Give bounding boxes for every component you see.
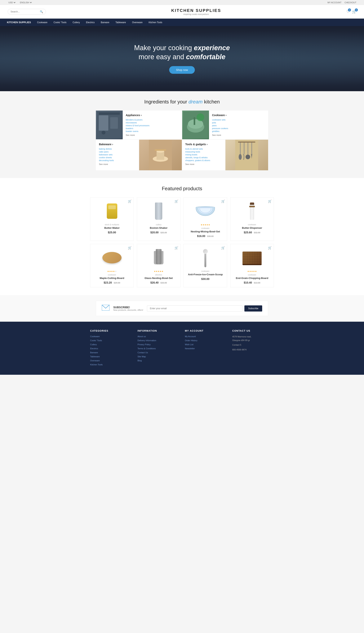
list-item: Ovenware xyxy=(90,359,132,362)
footer-link-tableware[interactable]: Tableware xyxy=(90,355,100,358)
appliances-item[interactable]: microwaves xyxy=(126,121,179,124)
svg-point-21 xyxy=(246,155,250,159)
search-icon[interactable]: 🔍 xyxy=(40,10,43,13)
footer-phone: 800-4569-9874 xyxy=(232,348,274,352)
email-input[interactable] xyxy=(147,305,242,311)
footer-link-sitemap[interactable]: Site Map xyxy=(138,355,146,358)
footer-link-delivery[interactable]: Delivery Information xyxy=(138,339,156,342)
add-to-cart-icon[interactable]: 🛒 xyxy=(221,199,225,203)
tools-item[interactable]: choppers, graters & slicers xyxy=(185,159,222,162)
nav-item-ovenware[interactable]: Ovenware xyxy=(129,19,146,26)
product-category: cookware xyxy=(187,227,224,229)
footer-address: 4578 Marmora road,Glasgow d04 89 gr xyxy=(232,335,274,342)
footer-link-newsletter[interactable]: Newsletter xyxy=(185,347,195,350)
wishlist-button[interactable]: ♡ 0 xyxy=(346,10,350,14)
bakeware-item[interactable]: cookie sheets xyxy=(99,156,136,159)
footer-link-electrics[interactable]: Electrics xyxy=(90,347,98,350)
bakeware-item[interactable]: decorating tools xyxy=(99,159,136,162)
language-select[interactable]: ENGLISHFRENCH xyxy=(19,1,32,4)
product-name[interactable]: Nesting-Mixing-Bowl-Set xyxy=(187,230,224,233)
footer-link-blog[interactable]: Blog xyxy=(138,360,142,362)
tools-heading[interactable]: Tools & gadgets › xyxy=(185,143,222,146)
product-name[interactable]: End-Grain-Chopping-Board xyxy=(234,277,270,279)
search-bar[interactable]: 🔍 xyxy=(8,9,46,15)
currency-select[interactable]: USDEURGBP xyxy=(8,1,16,4)
product-image xyxy=(140,247,177,268)
product-name[interactable]: Anti-Freeze-Ice-Cream-Scoop xyxy=(187,273,224,276)
tools-item[interactable]: tools & utensil sets xyxy=(185,148,222,150)
nav-item-electrics[interactable]: Electrics xyxy=(83,19,98,26)
footer-link-barware[interactable]: Barware xyxy=(90,351,98,354)
appliances-item[interactable]: blenders & juicers xyxy=(126,119,179,121)
product-price: $30.00 xyxy=(187,277,224,280)
product-image xyxy=(234,201,270,222)
footer-contact-heading: CONTACT US xyxy=(232,329,274,332)
footer-link-order-history[interactable]: Order History xyxy=(185,339,197,342)
footer-link-contact[interactable]: Contact Us xyxy=(138,351,148,354)
product-name[interactable]: Maple-Cutting-Board xyxy=(94,277,130,279)
checkout-link[interactable]: CHECKOUT xyxy=(344,1,356,4)
my-account-link[interactable]: MY ACCOUNT xyxy=(328,1,342,4)
appliances-item[interactable]: toasters xyxy=(126,127,179,130)
add-to-cart-icon[interactable]: 🛒 xyxy=(174,199,178,203)
nav-item-cooks-tools[interactable]: Cooks' Tools xyxy=(50,19,70,26)
product-name[interactable]: Boston-Shaker xyxy=(140,226,177,229)
footer-link-cooks-tools[interactable]: Cooks' Tools xyxy=(90,339,102,342)
add-to-cart-icon[interactable]: 🛒 xyxy=(268,199,272,203)
product-card-butter-maker: 🛒 stock & multipots Butter-Maker $25.00 xyxy=(90,197,134,241)
footer-link-about[interactable]: About us xyxy=(138,335,146,338)
cookware-item[interactable]: cookware sets xyxy=(212,119,265,121)
bakeware-see-more[interactable]: See more xyxy=(99,163,136,165)
nav-item-kitchen-supplies[interactable]: KITCHEN SUPPLIES xyxy=(4,19,34,26)
cookware-item[interactable]: pressure cookers xyxy=(212,127,265,130)
footer-link-kitchen-tools[interactable]: Kitchen Tools xyxy=(90,364,102,366)
cookware-see-more[interactable]: See more xyxy=(212,134,265,136)
product-price: $16.00 $30.00 xyxy=(187,234,224,238)
footer-link-ovenware[interactable]: Ovenware xyxy=(90,360,100,362)
footer-link-cookware[interactable]: Cookware xyxy=(90,335,100,338)
footer-link-my-account[interactable]: My Account xyxy=(185,335,196,338)
appliances-item[interactable]: toaster ovens xyxy=(126,130,179,132)
cookware-item[interactable]: pots xyxy=(212,121,265,124)
nav-item-cutlery[interactable]: Cutlery xyxy=(70,19,83,26)
site-logo[interactable]: KITCHEN SUPPLIES inspiring cooks everywh… xyxy=(171,8,221,15)
footer-link-terms[interactable]: Terms & Conditions xyxy=(138,347,156,350)
product-name[interactable]: Butter-Maker xyxy=(94,226,130,229)
category-cookware: Cookware › cookware sets pots pans press… xyxy=(182,111,268,139)
tools-item[interactable]: mixing bowls xyxy=(185,153,222,156)
nav-item-tableware[interactable]: Tableware xyxy=(112,19,129,26)
bakeware-item[interactable]: bakeware sets xyxy=(99,153,136,156)
cart-button[interactable]: 🛒 0 xyxy=(352,10,356,14)
footer-link-cutlery[interactable]: Cutlery xyxy=(90,343,97,346)
add-to-cart-icon[interactable]: 🛒 xyxy=(221,246,225,250)
nav-item-cookware[interactable]: Cookware xyxy=(34,19,50,26)
add-to-cart-icon[interactable]: 🛒 xyxy=(174,246,178,250)
svg-rect-4 xyxy=(99,112,120,115)
add-to-cart-icon[interactable]: 🛒 xyxy=(128,199,132,203)
cookware-item[interactable]: pans xyxy=(212,124,265,127)
subscribe-button[interactable]: Subscribe xyxy=(244,305,262,311)
bakeware-heading[interactable]: Bakeware › xyxy=(99,143,136,146)
footer-link-wish-list[interactable]: Wish List xyxy=(185,343,194,346)
product-name[interactable]: Butter-Dispenser xyxy=(234,226,270,229)
cookware-item[interactable]: griddles xyxy=(212,130,265,132)
cookware-heading[interactable]: Cookware › xyxy=(212,114,265,117)
appliances-heading[interactable]: Appliances › xyxy=(126,114,179,117)
search-input[interactable] xyxy=(10,10,40,13)
tools-item[interactable]: utensils, tongs & whisks xyxy=(185,156,222,159)
nav-item-kitchen-tools[interactable]: Kitchen Tools xyxy=(146,19,165,26)
footer-information-heading: INFORMATION xyxy=(138,329,179,332)
footer-link-privacy[interactable]: Privacy Policy xyxy=(138,343,150,346)
add-to-cart-icon[interactable]: 🛒 xyxy=(128,246,132,250)
hero-cta-button[interactable]: Shop now xyxy=(169,66,195,74)
add-to-cart-icon[interactable]: 🛒 xyxy=(268,246,272,250)
bakeware-item[interactable]: baking dishes xyxy=(99,148,136,150)
product-card-butter-dispenser: 🛒 cookware Butter-Dispenser $25.60 $32.0… xyxy=(230,197,274,241)
appliances-item[interactable]: mixers & food processors xyxy=(126,124,179,127)
product-name[interactable]: Glass-Nesting-Bowl-Set xyxy=(140,277,177,279)
tools-see-more[interactable]: See more xyxy=(185,163,222,165)
tools-item[interactable]: measuring tools xyxy=(185,151,222,153)
nav-item-barware[interactable]: Barware xyxy=(98,19,112,26)
appliances-see-more[interactable]: See more xyxy=(126,134,179,136)
bakeware-item[interactable]: cake pans xyxy=(99,151,136,153)
